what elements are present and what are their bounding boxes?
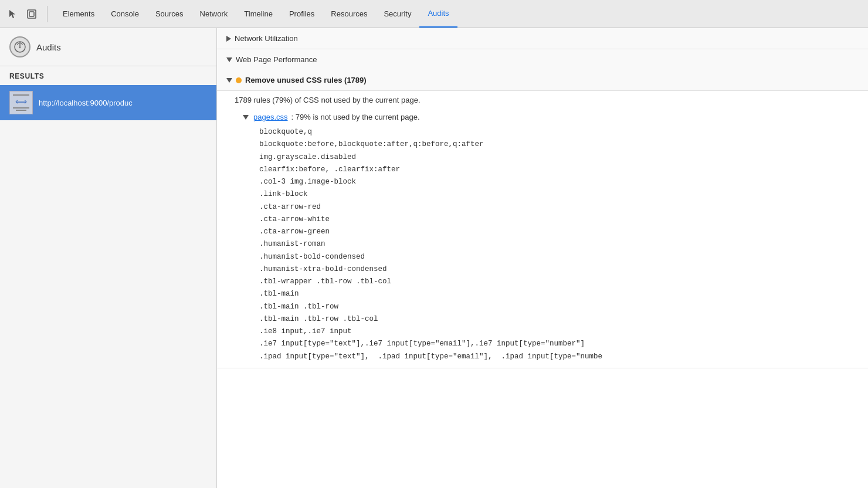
css-rule-list: blockquote,qblockquote:before,blockquote… xyxy=(217,125,868,368)
expand-icon xyxy=(226,36,231,42)
network-utilization-header[interactable]: Network Utilization xyxy=(217,28,868,49)
css-rule: .ie8 input,.ie7 input xyxy=(259,326,868,338)
css-rule: .cta-arrow-green xyxy=(259,226,868,238)
audit-description: 1789 rules (79%) of CSS not used by the … xyxy=(217,91,868,109)
audit-item-title: Remove unused CSS rules (1789) xyxy=(245,76,367,84)
sidebar-title: Audits xyxy=(36,42,61,52)
pages-css-link[interactable]: pages.css xyxy=(253,113,288,121)
css-rule: clearfix:before, .clearfix:after xyxy=(259,164,868,176)
main-layout: Audits RESULTS ⟺ http://localhost:9000/p… xyxy=(0,28,868,488)
css-rule: img.grayscale.disabled xyxy=(259,151,868,164)
audits-logo-icon xyxy=(9,36,30,57)
css-rule: .ie7 input[type="text"],.ie7 input[type=… xyxy=(259,338,868,350)
css-rule: blockquote:before,blockquote:after,q:bef… xyxy=(259,138,868,151)
thumb-arrow-icon: ⟺ xyxy=(15,97,27,106)
css-rule: .tbl-wrapper .tbl-row .tbl-col xyxy=(259,276,868,288)
pages-css-item[interactable]: pages.css : 79% is not used by the curre… xyxy=(217,109,868,125)
sidebar-result-item[interactable]: ⟺ http://localhost:9000/produc xyxy=(0,85,216,120)
sidebar-results-label: RESULTS xyxy=(0,66,216,85)
result-thumbnail: ⟺ xyxy=(9,91,33,114)
pages-css-expand-icon xyxy=(243,115,249,120)
sidebar-header: Audits xyxy=(0,28,216,66)
status-dot-yellow xyxy=(236,77,242,83)
content-panel: Network Utilization Web Page Performance… xyxy=(217,28,868,488)
svg-point-4 xyxy=(19,47,21,48)
inspect-icon[interactable] xyxy=(23,6,40,22)
tab-timeline[interactable]: Timeline xyxy=(236,0,281,28)
network-utilization-section: Network Utilization xyxy=(217,28,868,49)
web-page-performance-section: Web Page Performance Remove unused CSS r… xyxy=(217,49,868,368)
tab-profiles[interactable]: Profiles xyxy=(281,0,323,28)
css-rule: .humanist-bold-condensed xyxy=(259,251,868,263)
sidebar: Audits RESULTS ⟺ http://localhost:9000/p… xyxy=(0,28,217,488)
toolbar-icons xyxy=(5,6,48,22)
tab-console[interactable]: Console xyxy=(103,0,147,28)
toolbar: Elements Console Sources Network Timelin… xyxy=(0,0,868,28)
toolbar-tabs: Elements Console Sources Network Timelin… xyxy=(55,0,863,28)
css-rule: .cta-arrow-red xyxy=(259,201,868,214)
css-rule: .humanist-roman xyxy=(259,238,868,250)
tab-elements[interactable]: Elements xyxy=(55,0,103,28)
tab-audits[interactable]: Audits xyxy=(419,0,457,28)
css-rule: .cta-arrow-white xyxy=(259,214,868,226)
svg-rect-1 xyxy=(29,12,34,16)
collapse-icon xyxy=(226,57,232,62)
tab-network[interactable]: Network xyxy=(192,0,236,28)
result-url: http://localhost:9000/produc xyxy=(39,99,133,107)
css-rule: .ipad input[type="text"], .ipad input[ty… xyxy=(259,351,868,363)
css-rule: blockquote,q xyxy=(259,126,868,138)
css-rule: .tbl-main xyxy=(259,288,868,300)
web-page-performance-label: Web Page Performance xyxy=(236,55,317,64)
css-rule: .humanist-xtra-bold-condensed xyxy=(259,263,868,276)
pages-css-suffix: : 79% is not used by the current page. xyxy=(291,113,420,121)
css-rule: .tbl-main .tbl-row .tbl-col xyxy=(259,313,868,326)
remove-unused-css-header[interactable]: Remove unused CSS rules (1789) xyxy=(217,70,868,91)
css-rule: .link-block xyxy=(259,188,868,201)
web-page-performance-header[interactable]: Web Page Performance xyxy=(217,49,868,70)
tab-security[interactable]: Security xyxy=(375,0,419,28)
css-rule: .col-3 img.image-block xyxy=(259,176,868,188)
css-rule: .tbl-main .tbl-row xyxy=(259,301,868,313)
tab-resources[interactable]: Resources xyxy=(323,0,375,28)
network-utilization-label: Network Utilization xyxy=(235,34,298,43)
audit-expand-icon xyxy=(226,78,232,83)
svg-rect-0 xyxy=(28,10,36,18)
cursor-icon[interactable] xyxy=(5,6,21,22)
tab-sources[interactable]: Sources xyxy=(147,0,192,28)
